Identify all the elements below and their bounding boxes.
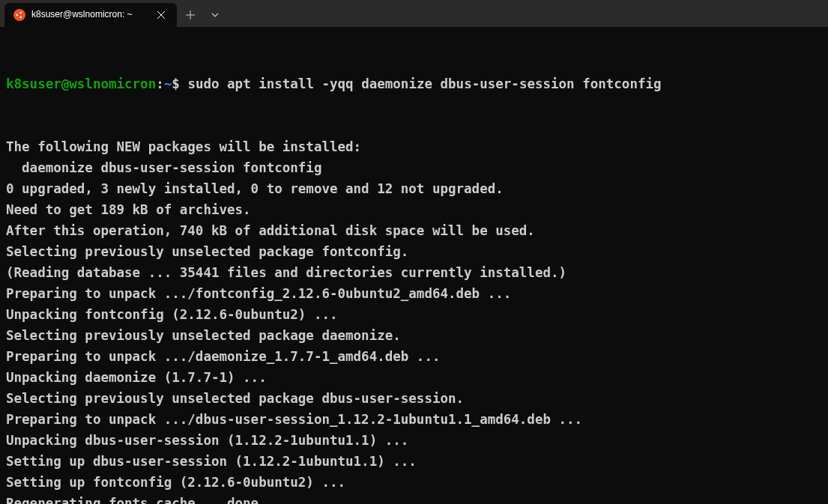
prompt-user-host: k8suser@wslnomicron — [6, 76, 156, 91]
output-line: Preparing to unpack .../fontconfig_2.12.… — [6, 283, 822, 304]
ubuntu-icon — [13, 9, 25, 21]
output-line: Regenerating fonts cache... done. — [6, 493, 822, 504]
tab-title: k8suser@wslnomicron: ~ — [31, 7, 148, 22]
output-line: Unpacking dbus-user-session (1.12.2-1ubu… — [6, 430, 822, 451]
svg-point-2 — [19, 16, 22, 19]
output-line: 0 upgraded, 3 newly installed, 0 to remo… — [6, 178, 822, 199]
output-line: Preparing to unpack .../dbus-user-sessio… — [6, 409, 822, 430]
close-tab-button[interactable] — [154, 8, 168, 22]
output-line: Setting up dbus-user-session (1.12.2-1ub… — [6, 451, 822, 472]
prompt-colon: : — [156, 76, 164, 91]
tab-dropdown-button[interactable] — [204, 3, 226, 27]
output-line: Setting up fontconfig (2.12.6-0ubuntu2) … — [6, 472, 822, 493]
prompt-path: ~ — [164, 76, 172, 91]
output-line: After this operation, 740 kB of addition… — [6, 220, 822, 241]
terminal-viewport[interactable]: k8suser@wslnomicron:~$ sudo apt install … — [0, 27, 828, 504]
entered-command: sudo apt install -yqq daemonize dbus-use… — [187, 76, 661, 91]
svg-point-1 — [19, 12, 22, 14]
output-line: Selecting previously unselected package … — [6, 241, 822, 262]
new-tab-button[interactable] — [177, 3, 204, 27]
output-line: Need to get 189 kB of archives. — [6, 199, 822, 220]
output-container: The following NEW packages will be insta… — [6, 136, 822, 504]
output-line: daemonize dbus-user-session fontconfig — [6, 157, 822, 178]
output-line: Selecting previously unselected package … — [6, 325, 822, 346]
active-tab[interactable]: k8suser@wslnomicron: ~ — [4, 3, 177, 27]
output-line: Selecting previously unselected package … — [6, 388, 822, 409]
prompt-line: k8suser@wslnomicron:~$ sudo apt install … — [6, 73, 822, 94]
output-line: The following NEW packages will be insta… — [6, 136, 822, 157]
output-line: Unpacking daemonize (1.7.7-1) ... — [6, 367, 822, 388]
svg-point-0 — [16, 14, 18, 16]
output-line: (Reading database ... 35441 files and di… — [6, 262, 822, 283]
titlebar: k8suser@wslnomicron: ~ — [0, 0, 828, 27]
output-line: Preparing to unpack .../daemonize_1.7.7-… — [6, 346, 822, 367]
prompt-dollar: $ — [172, 76, 180, 91]
output-line: Unpacking fontconfig (2.12.6-0ubuntu2) .… — [6, 304, 822, 325]
